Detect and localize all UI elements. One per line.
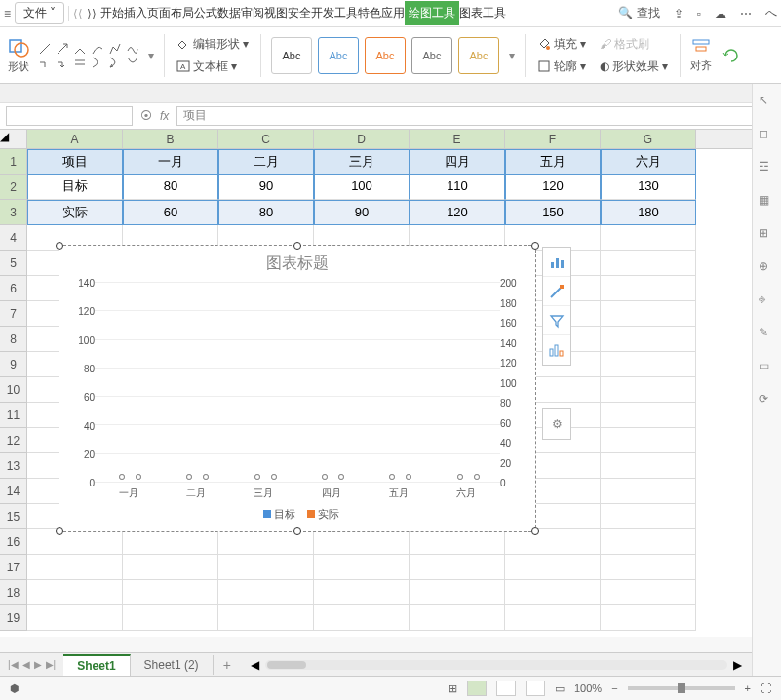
pagebreak-view-button[interactable] <box>526 681 545 696</box>
col-header-C[interactable]: C <box>218 130 314 148</box>
tab-security[interactable]: 安全 <box>288 1 311 25</box>
collapse-icon[interactable]: へ <box>765 5 777 21</box>
fx-icon[interactable]: fx <box>160 109 169 123</box>
share-icon[interactable]: ⇪ <box>674 7 683 20</box>
row-header[interactable]: 7 <box>0 301 27 327</box>
cursor-icon[interactable]: ↖ <box>759 94 776 111</box>
tab-chart-tools[interactable]: 图表工具 <box>459 1 506 25</box>
sheet-nav-next[interactable]: ▶ <box>34 659 42 670</box>
style-blue[interactable]: Abc <box>318 37 359 74</box>
cell[interactable]: 180 <box>601 200 696 225</box>
row-header[interactable]: 17 <box>0 555 27 580</box>
tab-drawing-tools[interactable]: 绘图工具 <box>405 1 459 25</box>
row-header[interactable]: 4 <box>0 225 27 251</box>
chart-title[interactable]: 图表标题 <box>59 246 535 274</box>
cell[interactable]: 六月 <box>601 149 696 175</box>
chart-object[interactable]: 图表标题 02040608010012014002040608010012014… <box>59 245 536 532</box>
formula-input[interactable]: 项目 <box>176 106 775 126</box>
style-gray[interactable]: Abc <box>411 37 452 74</box>
normal-view-button[interactable] <box>467 681 487 696</box>
sheet-tab[interactable]: Sheet1 (2) <box>131 655 214 675</box>
row-header[interactable]: 13 <box>0 453 27 479</box>
edit-icon[interactable]: ✎ <box>759 326 776 343</box>
tab-start[interactable]: 开始 <box>100 1 124 25</box>
row-header[interactable]: 5 <box>0 251 27 276</box>
page-view-button[interactable] <box>496 681 516 696</box>
zoom-in-button[interactable]: + <box>745 682 751 694</box>
cell[interactable]: 二月 <box>218 149 314 175</box>
col-header-G[interactable]: G <box>601 130 696 148</box>
grid-icon[interactable]: ⊞ <box>759 226 776 244</box>
link-icon[interactable]: ⎆ <box>759 292 776 310</box>
chart-style-icon[interactable] <box>543 277 570 306</box>
cell[interactable]: 目标 <box>27 175 123 200</box>
tab-data[interactable]: 数据 <box>217 1 241 25</box>
outline-button[interactable]: 轮廓 ▾ <box>535 58 588 76</box>
spreadsheet-grid[interactable]: ◢ A B C D E F G 1 2 3 4 5 6 7 8 9 10 11 … <box>0 130 781 637</box>
clipboard-icon[interactable]: ▭ <box>759 359 776 376</box>
style-default[interactable]: Abc <box>271 37 312 74</box>
cell[interactable]: 80 <box>218 200 314 225</box>
col-header-D[interactable]: D <box>314 130 410 148</box>
style-gold[interactable]: Abc <box>458 37 499 74</box>
settings-icon[interactable]: ⋯ <box>740 7 752 20</box>
shape-styles[interactable]: Abc Abc Abc Abc Abc <box>271 37 499 74</box>
cell[interactable]: 60 <box>123 200 218 225</box>
fill-button[interactable]: 填充 ▾ <box>535 35 588 54</box>
row-header[interactable]: 16 <box>0 529 27 555</box>
rotate-button[interactable] <box>722 46 741 65</box>
backup-icon[interactable]: ⟳ <box>759 392 776 409</box>
select-all-corner[interactable]: ◢ <box>0 130 27 148</box>
fullscreen-icon[interactable]: ⛶ <box>761 682 771 694</box>
cell[interactable]: 80 <box>123 175 218 200</box>
sheet-nav-prev[interactable]: ◀ <box>22 659 30 670</box>
cell[interactable]: 100 <box>314 175 410 200</box>
more-icon[interactable]: ⊕ <box>759 259 776 277</box>
row-header[interactable]: 9 <box>0 352 27 377</box>
row-header[interactable]: 10 <box>0 377 27 403</box>
cell[interactable]: 120 <box>410 200 505 225</box>
tab-special[interactable]: 特色应用 <box>358 1 405 25</box>
view-mode-icon[interactable]: ⊞ <box>449 682 457 695</box>
row-header[interactable]: 2 <box>0 175 27 200</box>
cell[interactable]: 90 <box>218 175 314 200</box>
row-header[interactable]: 1 <box>0 149 27 175</box>
reading-view-button[interactable]: ▭ <box>555 682 565 695</box>
row-header[interactable]: 8 <box>0 327 27 352</box>
textbox[interactable]: A文本框 ▾ <box>175 58 251 76</box>
tab-insert[interactable]: 插入 <box>124 1 147 25</box>
tab-nav-prev[interactable]: ⟨⟨ <box>73 7 83 20</box>
edit-shape[interactable]: 编辑形状 ▾ <box>175 35 251 54</box>
col-header-A[interactable]: A <box>27 130 123 148</box>
record-icon[interactable]: ⬢ <box>10 682 20 695</box>
menu-icon[interactable]: ≡ <box>4 7 11 20</box>
cell[interactable]: 五月 <box>505 149 601 175</box>
add-sheet-button[interactable]: + <box>214 657 241 673</box>
zoom-out-button[interactable]: − <box>611 682 617 694</box>
chart-filter-icon[interactable] <box>543 306 570 335</box>
shape-effect[interactable]: ◐ 形状效果 ▾ <box>598 58 670 76</box>
row-header[interactable]: 3 <box>0 200 27 225</box>
save-icon[interactable]: ▫ <box>697 7 701 20</box>
zoom-slider[interactable] <box>628 686 735 690</box>
align-button[interactable]: 对齐 <box>690 37 712 73</box>
tab-layout[interactable]: 页面布局 <box>147 1 194 25</box>
select-icon[interactable]: ◻ <box>759 127 776 144</box>
chart-settings-icon[interactable]: ⚙ <box>543 409 570 439</box>
chart-elements-icon[interactable] <box>543 248 570 277</box>
row-header[interactable]: 12 <box>0 428 27 453</box>
cell[interactable]: 项目 <box>27 149 123 175</box>
sheet-nav-last[interactable]: ▶| <box>46 659 57 670</box>
file-menu[interactable]: 文件 ˅ <box>15 2 64 24</box>
horizontal-scrollbar[interactable]: ◀▶ <box>241 658 752 672</box>
row-header[interactable]: 19 <box>0 605 27 631</box>
row-header[interactable]: 6 <box>0 276 27 301</box>
property-pane-icon[interactable]: ▦ <box>759 193 776 211</box>
tab-formula[interactable]: 公式 <box>194 1 217 25</box>
cloud-icon[interactable]: ☁ <box>715 7 726 20</box>
cell[interactable]: 150 <box>505 200 601 225</box>
zoom-level[interactable]: 100% <box>574 682 602 694</box>
tab-view[interactable]: 视图 <box>264 1 288 25</box>
style-pane-icon[interactable]: ☲ <box>759 160 776 177</box>
col-header-B[interactable]: B <box>123 130 218 148</box>
